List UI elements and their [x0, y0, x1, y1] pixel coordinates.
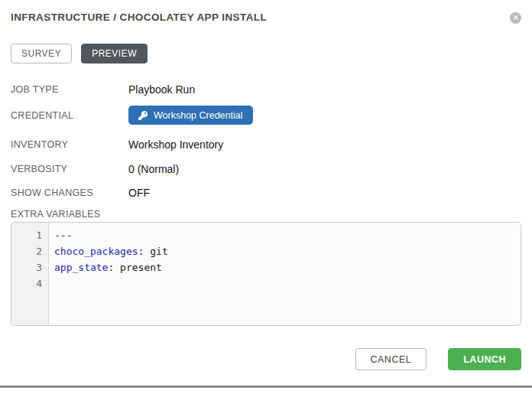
key-icon: [138, 111, 148, 120]
modal-title: INFRASTRUCTURE / CHOCOLATEY APP INSTALL: [11, 11, 267, 23]
modal-header: INFRASTRUCTURE / CHOCOLATEY APP INSTALL …: [11, 0, 521, 24]
modal-footer: CANCEL LAUNCH: [11, 348, 521, 370]
credential-tag-label: Workshop Credential: [154, 110, 243, 121]
tab-survey[interactable]: SURVEY: [11, 44, 72, 63]
verbosity-row: VERBOSITY 0 (Normal): [11, 161, 521, 177]
line-number: 4: [11, 275, 42, 291]
yaml-key: choco_packages: [54, 246, 138, 257]
code-line: app_state: present: [54, 259, 521, 275]
tab-preview[interactable]: PREVIEW: [81, 44, 148, 63]
window-bottom-edge: [0, 386, 532, 388]
inventory-label: INVENTORY: [11, 139, 128, 150]
verbosity-value: 0 (Normal): [128, 163, 179, 175]
job-launch-preview-modal: INFRASTRUCTURE / CHOCOLATEY APP INSTALL …: [0, 0, 532, 394]
inventory-value: Workshop Inventory: [128, 138, 223, 151]
yaml-key: ---: [54, 230, 72, 241]
credential-row: CREDENTIAL Workshop Credential: [11, 106, 521, 125]
verbosity-label: VERBOSITY: [11, 164, 128, 174]
extra-variables-label: EXTRA VARIABLES: [11, 209, 521, 221]
job-type-row: JOB TYPE Playbook Run: [11, 82, 521, 97]
editor-line-number-gutter: 1 2 3 4: [11, 223, 49, 325]
job-details: JOB TYPE Playbook Run CREDENTIAL Worksho…: [11, 82, 521, 200]
launch-button[interactable]: LAUNCH: [448, 348, 521, 370]
line-number: 3: [11, 259, 42, 275]
code-line: ---: [54, 227, 521, 243]
tab-preview-label: PREVIEW: [92, 48, 137, 59]
credential-label: CREDENTIAL: [11, 110, 128, 121]
code-line: [54, 275, 521, 291]
editor-code-area[interactable]: --- choco_packages: git app_state: prese…: [49, 223, 521, 325]
show-changes-label: SHOW CHANGES: [11, 187, 128, 198]
code-line: choco_packages: git: [54, 243, 521, 259]
line-number: 2: [11, 243, 42, 259]
yaml-rest: : git: [138, 246, 168, 257]
extra-variables-editor: 1 2 3 4 --- choco_packages: git app_stat…: [11, 222, 521, 326]
yaml-key: app_state: [54, 262, 108, 273]
close-icon[interactable]: ✕: [510, 12, 521, 24]
inventory-row: INVENTORY Workshop Inventory: [11, 137, 521, 152]
yaml-rest: : present: [108, 262, 161, 273]
cancel-button[interactable]: CANCEL: [355, 348, 427, 370]
show-changes-row: SHOW CHANGES OFF: [11, 185, 521, 200]
line-number: 1: [11, 227, 42, 243]
tab-bar: SURVEY PREVIEW: [11, 44, 521, 63]
job-type-value: Playbook Run: [128, 83, 195, 96]
job-type-label: JOB TYPE: [11, 84, 128, 95]
credential-tag-button[interactable]: Workshop Credential: [128, 106, 253, 125]
tab-survey-label: SURVEY: [21, 48, 61, 59]
show-changes-value: OFF: [128, 187, 150, 199]
